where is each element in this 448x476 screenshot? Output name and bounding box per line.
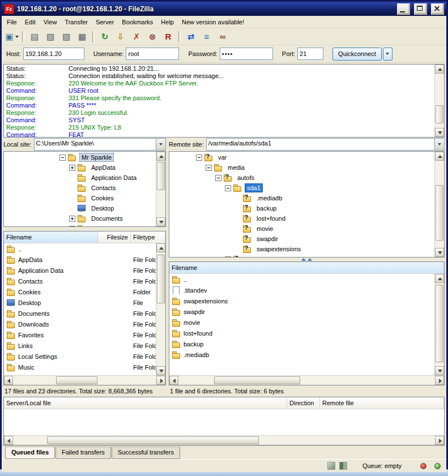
tree-item-desktop[interactable]: Desktop xyxy=(4,203,156,213)
horizontal-scrollbar[interactable] xyxy=(4,435,444,445)
toggle-message-log-button[interactable]: ▤ xyxy=(27,29,42,44)
remote-site-combo[interactable]: /var/media/autofs/sda1 xyxy=(206,138,445,151)
scrollbar-track[interactable] xyxy=(156,161,165,217)
scrollbar-track[interactable] xyxy=(435,74,444,128)
scrollbar-thumb[interactable] xyxy=(47,436,259,444)
file-row-contacts[interactable]: ContactsFile Folder xyxy=(4,276,156,286)
scrollbar-track[interactable] xyxy=(156,252,165,366)
file-row-item[interactable]: .. xyxy=(169,274,435,285)
scroll-up-arrow-icon[interactable] xyxy=(435,274,444,283)
file-row-desktop[interactable]: DesktopFile xyxy=(4,297,156,308)
column-header-filesize[interactable]: Filesize xyxy=(98,231,131,243)
expand-plus-icon[interactable] xyxy=(69,226,75,228)
tree-item-sda1[interactable]: sda1 xyxy=(169,183,435,193)
column-header-remote-file[interactable]: Remote file xyxy=(320,397,444,409)
scroll-down-arrow-icon[interactable] xyxy=(156,217,165,226)
local-site-combo[interactable]: C:\Users\Mr Sparkle\ xyxy=(34,138,166,151)
tab-queued-files[interactable]: Queued files xyxy=(5,447,55,459)
file-row-documents[interactable]: DocumentsFile Folder xyxy=(4,308,156,319)
scroll-down-arrow-icon[interactable] xyxy=(435,366,444,375)
scroll-left-arrow-icon[interactable] xyxy=(4,376,13,385)
file-row-cookies[interactable]: CookiesFolder xyxy=(4,286,156,297)
file-row-backup[interactable]: backup xyxy=(169,338,435,349)
expand-plus-icon[interactable] xyxy=(69,216,75,222)
tree-item-swapextensions[interactable]: ?swapextensions xyxy=(169,244,435,254)
horizontal-scrollbar[interactable] xyxy=(4,375,165,385)
menu-item-view[interactable]: View xyxy=(40,17,61,27)
tree-item-mediadb[interactable]: ?.mediadb xyxy=(169,193,435,203)
quickconnect-dropdown-button[interactable] xyxy=(383,48,392,61)
file-row-favorites[interactable]: FavoritesFile Folder xyxy=(4,329,156,340)
scrollbar-track[interactable] xyxy=(435,161,444,248)
scrollbar-thumb[interactable] xyxy=(157,255,165,303)
tree-item-application-data[interactable]: Application Data xyxy=(4,173,156,183)
tab-successful-transfers[interactable]: Successful transfers xyxy=(112,447,180,459)
tree-item-cookies[interactable]: Cookies xyxy=(4,193,156,203)
scroll-left-arrow-icon[interactable] xyxy=(169,376,178,385)
column-header-server-local-file[interactable]: Server/Local file xyxy=(4,397,287,409)
local-pane-splitter[interactable] xyxy=(3,227,166,231)
menu-item-transfer[interactable]: Transfer xyxy=(61,17,92,27)
vertical-scrollbar[interactable] xyxy=(434,274,444,375)
file-row-lost-found[interactable]: lost+found xyxy=(169,328,435,338)
scroll-left-arrow-icon[interactable] xyxy=(4,436,13,445)
toggle-transfer-queue-button[interactable]: ▦ xyxy=(74,29,90,44)
username-input[interactable] xyxy=(126,48,179,60)
tree-item-appdata[interactable]: AppData xyxy=(4,162,156,173)
synchronized-browsing-button[interactable]: ⇄ xyxy=(183,29,199,44)
find-files-button[interactable]: ∞ xyxy=(215,29,231,44)
scrollbar-thumb[interactable] xyxy=(214,376,300,384)
menu-item-file[interactable]: File xyxy=(3,17,21,27)
scroll-right-arrow-icon[interactable] xyxy=(156,376,165,385)
file-row-appdata[interactable]: AppDataFile Folder xyxy=(4,254,156,265)
local-directory-tree[interactable]: Mr SparkleAppDataApplication DataContact… xyxy=(3,151,166,227)
collapse-minus-icon[interactable] xyxy=(206,165,212,171)
tree-item-contacts[interactable]: Contacts xyxy=(4,183,156,193)
collapse-minus-icon[interactable] xyxy=(59,155,66,161)
tree-item-documents[interactable]: Documents xyxy=(4,213,156,224)
file-row-music[interactable]: MusicFile Folder xyxy=(4,362,156,372)
toggle-local-tree-button[interactable]: ▧ xyxy=(42,29,58,44)
menu-item-edit[interactable]: Edit xyxy=(21,17,40,27)
cancel-button[interactable]: ✗ xyxy=(129,29,144,44)
file-row-application-data[interactable]: Application DataFile Folder xyxy=(4,265,156,276)
directory-comparison-button[interactable]: ≡ xyxy=(199,29,215,44)
horizontal-scrollbar[interactable] xyxy=(169,375,444,385)
expand-plus-icon[interactable] xyxy=(69,165,75,171)
menu-item-new-version-available[interactable]: New version available! xyxy=(178,17,248,27)
scroll-up-arrow-icon[interactable] xyxy=(156,243,165,252)
queue-body[interactable] xyxy=(4,409,444,435)
scroll-right-arrow-icon[interactable] xyxy=(435,436,444,445)
tree-item-backup[interactable]: ?backup xyxy=(169,203,435,213)
menu-item-bookmarks[interactable]: Bookmarks xyxy=(118,17,157,27)
tree-item-var[interactable]: ?var xyxy=(169,152,435,162)
file-row-movie[interactable]: movie xyxy=(169,317,435,328)
file-row-local-settings[interactable]: Local SettingsFile Folder xyxy=(4,351,156,362)
scrollbar-thumb[interactable] xyxy=(436,105,443,124)
file-row-item[interactable]: .. xyxy=(4,243,156,254)
scrollbar-track[interactable] xyxy=(13,376,156,385)
tree-item-downloads[interactable]: Downloads xyxy=(4,224,156,227)
scrollbar-track[interactable] xyxy=(178,376,435,385)
menu-item-help[interactable]: Help xyxy=(157,17,178,27)
scrollbar-thumb[interactable] xyxy=(157,162,165,190)
file-row-mediadb[interactable]: .mediadb xyxy=(169,349,435,360)
file-row-titandev[interactable]: .titandev xyxy=(169,285,435,295)
collapse-minus-icon[interactable] xyxy=(215,175,221,181)
tree-item-dvd[interactable]: ?dvd xyxy=(169,254,435,258)
tree-item-movie[interactable]: ?movie xyxy=(169,224,435,234)
scroll-right-arrow-icon[interactable] xyxy=(435,376,444,385)
expand-plus-icon[interactable] xyxy=(225,256,231,258)
disconnect-button[interactable]: ⊗ xyxy=(144,29,160,44)
remote-directory-tree[interactable]: ?varmedia?autofssda1?.mediadb?backup?los… xyxy=(169,151,445,258)
scrollbar-thumb[interactable] xyxy=(56,376,97,384)
file-row-swapdir[interactable]: swapdir xyxy=(169,306,435,317)
tree-item-lost-found[interactable]: ?lost+found xyxy=(169,213,435,224)
file-row-links[interactable]: LinksFile Folder xyxy=(4,340,156,351)
collapse-minus-icon[interactable] xyxy=(196,155,202,161)
encryption-status-icon[interactable] xyxy=(327,462,335,470)
column-header-direction[interactable]: Direction xyxy=(287,397,320,409)
scrollbar-track[interactable] xyxy=(435,283,444,366)
minimize-button[interactable] xyxy=(397,3,410,15)
port-input[interactable] xyxy=(297,48,323,60)
